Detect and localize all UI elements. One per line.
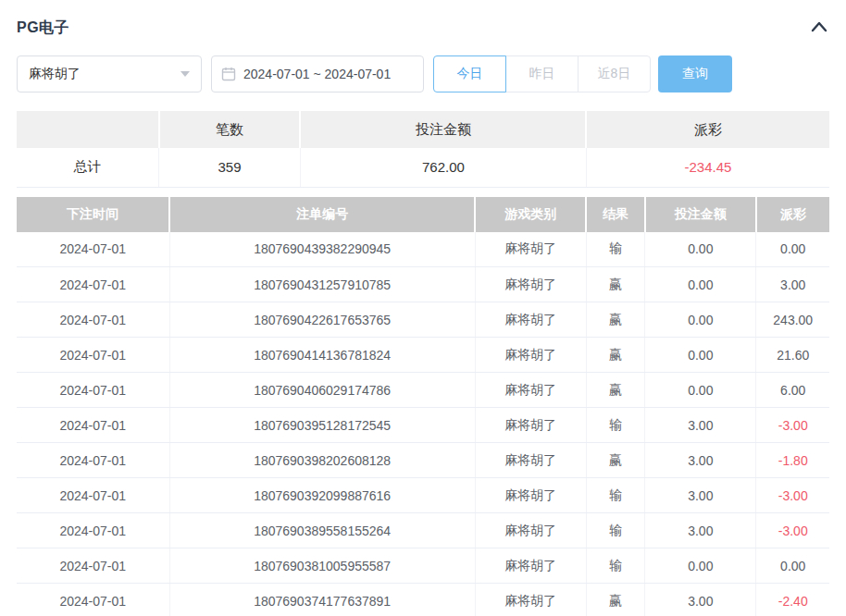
cell-payout: -3.00 — [756, 513, 829, 548]
cell-payout: 243.00 — [756, 302, 829, 338]
cell-time: 2024-07-01 — [17, 302, 169, 338]
table-row: 2024-07-011807690395128172545麻将胡了输3.00-3… — [17, 408, 829, 443]
cell-time: 2024-07-01 — [17, 267, 169, 302]
cell-bet-amount: 3.00 — [645, 584, 756, 616]
panel-header: PG电子 — [17, 17, 829, 39]
cell-game: 麻将胡了 — [475, 232, 586, 267]
quick-filter-group: 今日 昨日 近8日 — [433, 55, 651, 92]
cell-bet-amount: 3.00 — [645, 443, 756, 478]
table-row: 2024-07-011807690374177637891麻将胡了赢3.00-2… — [17, 584, 829, 616]
page-title: PG电子 — [17, 18, 69, 38]
summary-header-count: 笔数 — [159, 111, 301, 148]
cell-game: 麻将胡了 — [475, 373, 586, 408]
summary-total-row: 总计 359 762.00 -234.45 — [17, 148, 829, 187]
quick-filter-today[interactable]: 今日 — [433, 55, 506, 92]
cell-payout: -2.40 — [756, 584, 829, 616]
cell-game: 麻将胡了 — [475, 548, 586, 584]
cell-payout: -3.00 — [756, 478, 829, 513]
cell-time: 2024-07-01 — [17, 373, 169, 408]
calendar-icon — [221, 67, 236, 81]
cell-result: 输 — [586, 232, 644, 267]
table-row: 2024-07-011807690392099887616麻将胡了输3.00-3… — [17, 478, 829, 513]
cell-order-no: 1807690389558155264 — [169, 513, 475, 548]
cell-result: 赢 — [586, 302, 644, 338]
summary-header-row: 笔数 投注金额 派彩 — [17, 111, 829, 148]
cell-time: 2024-07-01 — [17, 513, 169, 548]
table-row: 2024-07-011807690422617653765麻将胡了赢0.0024… — [17, 302, 829, 338]
table-row: 2024-07-011807690431257910785麻将胡了赢0.003.… — [17, 267, 829, 302]
cell-game: 麻将胡了 — [475, 584, 586, 616]
cell-order-no: 1807690422617653765 — [169, 302, 475, 338]
cell-payout: -3.00 — [756, 408, 829, 443]
cell-time: 2024-07-01 — [17, 584, 169, 616]
cell-result: 输 — [586, 548, 644, 584]
game-select[interactable]: 麻将胡了 — [17, 55, 202, 92]
quick-filter-yesterday[interactable]: 昨日 — [505, 55, 579, 92]
column-header-bet-time: 下注时间 — [17, 197, 169, 232]
table-row: 2024-07-011807690414136781824麻将胡了赢0.0021… — [17, 338, 829, 373]
column-header-order-no: 注单编号 — [169, 197, 475, 232]
cell-time: 2024-07-01 — [17, 408, 169, 443]
column-header-result: 结果 — [586, 197, 644, 232]
date-range-picker[interactable]: 2024-07-01 ~ 2024-07-01 — [211, 55, 424, 92]
cell-bet-amount: 3.00 — [645, 513, 756, 548]
cell-game: 麻将胡了 — [475, 443, 586, 478]
summary-header-blank — [17, 111, 159, 148]
column-header-game-type: 游戏类别 — [475, 197, 586, 232]
cell-bet-amount: 0.00 — [645, 338, 756, 373]
summary-total-count: 359 — [159, 148, 301, 187]
chevron-up-icon — [811, 20, 827, 36]
column-header-payout: 派彩 — [756, 197, 829, 232]
cell-game: 麻将胡了 — [475, 513, 586, 548]
cell-payout: 6.00 — [756, 373, 829, 408]
cell-bet-amount: 0.00 — [645, 232, 756, 267]
search-button[interactable]: 查询 — [658, 55, 732, 92]
bet-records-table: 下注时间 注单编号 游戏类别 结果 投注金额 派彩 2024-07-011807… — [17, 197, 829, 616]
cell-bet-amount: 3.00 — [645, 478, 756, 513]
cell-time: 2024-07-01 — [17, 478, 169, 513]
collapse-panel-button[interactable] — [809, 18, 829, 38]
cell-result: 赢 — [586, 584, 644, 616]
table-row: 2024-07-011807690381005955587麻将胡了输0.000.… — [17, 548, 829, 584]
cell-result: 赢 — [586, 373, 644, 408]
date-range-value: 2024-07-01 ~ 2024-07-01 — [243, 67, 391, 81]
cell-bet-amount: 0.00 — [645, 548, 756, 584]
chevron-down-icon — [180, 71, 190, 77]
summary-header-bet-amount: 投注金额 — [300, 111, 586, 148]
cell-bet-amount: 3.00 — [645, 408, 756, 443]
cell-result: 输 — [586, 478, 644, 513]
cell-order-no: 1807690414136781824 — [169, 338, 475, 373]
cell-result: 输 — [586, 408, 644, 443]
game-select-value: 麻将胡了 — [29, 66, 81, 82]
table-row: 2024-07-011807690389558155264麻将胡了输3.00-3… — [17, 513, 829, 548]
cell-game: 麻将胡了 — [475, 408, 586, 443]
cell-order-no: 1807690395128172545 — [169, 408, 475, 443]
cell-game: 麻将胡了 — [475, 302, 586, 338]
summary-total-label: 总计 — [17, 148, 159, 187]
cell-result: 赢 — [586, 267, 644, 302]
cell-bet-amount: 0.00 — [645, 302, 756, 338]
summary-total-bet-amount: 762.00 — [300, 148, 586, 187]
cell-order-no: 1807690374177637891 — [169, 584, 475, 616]
cell-payout: 0.00 — [756, 232, 829, 267]
cell-game: 麻将胡了 — [475, 338, 586, 373]
cell-game: 麻将胡了 — [475, 267, 586, 302]
cell-time: 2024-07-01 — [17, 443, 169, 478]
summary-table: 笔数 投注金额 派彩 总计 359 762.00 -234.45 — [17, 111, 829, 188]
cell-payout: 3.00 — [756, 267, 829, 302]
cell-result: 赢 — [586, 338, 644, 373]
records-panel: PG电子 麻将胡了 2024-07-01 ~ 2024-07-01 今日 昨日 … — [0, 0, 846, 616]
cell-order-no: 1807690392099887616 — [169, 478, 475, 513]
filter-bar: 麻将胡了 2024-07-01 ~ 2024-07-01 今日 昨日 近8日 查… — [17, 55, 829, 92]
cell-payout: 21.60 — [756, 338, 829, 373]
bet-table-body: 2024-07-011807690439382290945麻将胡了输0.000.… — [17, 232, 829, 616]
cell-time: 2024-07-01 — [17, 338, 169, 373]
quick-filter-last8days[interactable]: 近8日 — [578, 55, 651, 92]
cell-order-no: 1807690398202608128 — [169, 443, 475, 478]
table-row: 2024-07-011807690398202608128麻将胡了赢3.00-1… — [17, 443, 829, 478]
summary-header-payout: 派彩 — [586, 111, 829, 148]
bet-table-header-row: 下注时间 注单编号 游戏类别 结果 投注金额 派彩 — [17, 197, 829, 232]
cell-order-no: 1807690439382290945 — [169, 232, 475, 267]
table-row: 2024-07-011807690439382290945麻将胡了输0.000.… — [17, 232, 829, 267]
cell-result: 输 — [586, 513, 644, 548]
